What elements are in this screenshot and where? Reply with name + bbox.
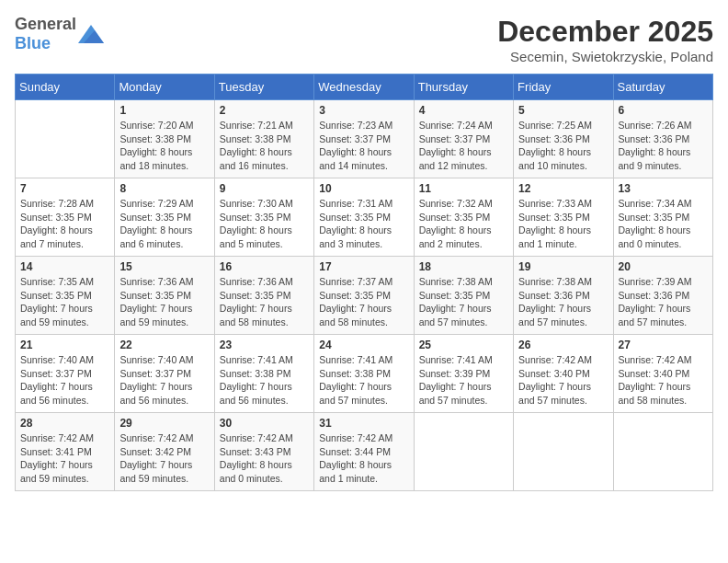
calendar-cell: 2Sunrise: 7:21 AM Sunset: 3:38 PM Daylig… xyxy=(214,100,313,178)
logo-icon xyxy=(78,25,104,43)
day-number: 30 xyxy=(220,417,309,430)
day-info: Sunrise: 7:26 AM Sunset: 3:36 PM Dayligh… xyxy=(619,119,708,173)
day-info: Sunrise: 7:42 AM Sunset: 3:41 PM Dayligh… xyxy=(20,431,109,486)
calendar-cell: 23Sunrise: 7:41 AM Sunset: 3:38 PM Dayli… xyxy=(214,335,313,413)
day-number: 2 xyxy=(220,104,309,117)
day-number: 10 xyxy=(319,182,408,195)
day-number: 26 xyxy=(518,339,608,351)
weekday-header: Tuesday xyxy=(214,75,313,100)
weekday-header: Saturday xyxy=(613,75,712,100)
day-number: 4 xyxy=(419,104,508,117)
day-info: Sunrise: 7:36 AM Sunset: 3:35 PM Dayligh… xyxy=(119,275,209,329)
day-number: 11 xyxy=(419,182,508,195)
weekday-header: Thursday xyxy=(414,75,513,100)
day-number: 8 xyxy=(119,182,209,195)
calendar-week-row: 1Sunrise: 7:20 AM Sunset: 3:38 PM Daylig… xyxy=(16,100,713,178)
day-info: Sunrise: 7:32 AM Sunset: 3:35 PM Dayligh… xyxy=(419,197,508,251)
calendar-cell: 3Sunrise: 7:23 AM Sunset: 3:37 PM Daylig… xyxy=(314,100,414,178)
day-info: Sunrise: 7:37 AM Sunset: 3:35 PM Dayligh… xyxy=(319,275,408,329)
calendar-cell: 25Sunrise: 7:41 AM Sunset: 3:39 PM Dayli… xyxy=(414,335,513,413)
calendar-cell: 9Sunrise: 7:30 AM Sunset: 3:35 PM Daylig… xyxy=(214,178,313,257)
day-number: 25 xyxy=(419,339,508,351)
calendar-cell: 18Sunrise: 7:38 AM Sunset: 3:35 PM Dayli… xyxy=(414,257,513,335)
day-number: 17 xyxy=(319,260,408,273)
day-info: Sunrise: 7:40 AM Sunset: 3:37 PM Dayligh… xyxy=(119,353,209,408)
day-info: Sunrise: 7:20 AM Sunset: 3:38 PM Dayligh… xyxy=(119,119,209,173)
calendar-week-row: 28Sunrise: 7:42 AM Sunset: 3:41 PM Dayli… xyxy=(16,413,713,491)
calendar-cell xyxy=(414,413,513,491)
calendar-title: December 2025 xyxy=(497,15,713,49)
day-number: 16 xyxy=(220,260,309,273)
calendar-cell: 31Sunrise: 7:42 AM Sunset: 3:44 PM Dayli… xyxy=(314,413,414,491)
calendar-cell: 13Sunrise: 7:34 AM Sunset: 3:35 PM Dayli… xyxy=(613,178,712,257)
day-info: Sunrise: 7:34 AM Sunset: 3:35 PM Dayligh… xyxy=(619,197,708,251)
day-number: 23 xyxy=(220,339,309,351)
day-number: 22 xyxy=(119,339,209,351)
calendar-cell: 24Sunrise: 7:41 AM Sunset: 3:38 PM Dayli… xyxy=(314,335,414,413)
calendar-cell: 12Sunrise: 7:33 AM Sunset: 3:35 PM Dayli… xyxy=(514,178,613,257)
header: General Blue December 2025 Secemin, Swie… xyxy=(15,15,713,64)
day-number: 5 xyxy=(518,104,608,117)
calendar-week-row: 7Sunrise: 7:28 AM Sunset: 3:35 PM Daylig… xyxy=(16,178,713,257)
day-info: Sunrise: 7:23 AM Sunset: 3:37 PM Dayligh… xyxy=(319,119,408,173)
calendar-week-row: 14Sunrise: 7:35 AM Sunset: 3:35 PM Dayli… xyxy=(16,257,713,335)
day-info: Sunrise: 7:39 AM Sunset: 3:36 PM Dayligh… xyxy=(619,275,708,329)
day-info: Sunrise: 7:38 AM Sunset: 3:35 PM Dayligh… xyxy=(419,275,508,329)
calendar-cell: 26Sunrise: 7:42 AM Sunset: 3:40 PM Dayli… xyxy=(514,335,613,413)
day-number: 19 xyxy=(518,260,608,273)
weekday-header: Wednesday xyxy=(314,75,414,100)
logo-text: General Blue xyxy=(15,15,76,53)
day-info: Sunrise: 7:42 AM Sunset: 3:44 PM Dayligh… xyxy=(319,431,408,486)
day-info: Sunrise: 7:38 AM Sunset: 3:36 PM Dayligh… xyxy=(518,275,608,329)
calendar-cell: 7Sunrise: 7:28 AM Sunset: 3:35 PM Daylig… xyxy=(16,178,115,257)
day-info: Sunrise: 7:24 AM Sunset: 3:37 PM Dayligh… xyxy=(419,119,508,173)
calendar-cell: 6Sunrise: 7:26 AM Sunset: 3:36 PM Daylig… xyxy=(613,100,712,178)
calendar-cell: 11Sunrise: 7:32 AM Sunset: 3:35 PM Dayli… xyxy=(414,178,513,257)
calendar-cell: 22Sunrise: 7:40 AM Sunset: 3:37 PM Dayli… xyxy=(115,335,214,413)
day-number: 31 xyxy=(319,417,408,430)
day-number: 7 xyxy=(20,182,109,195)
day-info: Sunrise: 7:36 AM Sunset: 3:35 PM Dayligh… xyxy=(220,275,309,329)
day-number: 1 xyxy=(119,104,209,117)
day-info: Sunrise: 7:33 AM Sunset: 3:35 PM Dayligh… xyxy=(518,197,608,251)
calendar-cell: 29Sunrise: 7:42 AM Sunset: 3:42 PM Dayli… xyxy=(115,413,214,491)
calendar-cell: 14Sunrise: 7:35 AM Sunset: 3:35 PM Dayli… xyxy=(16,257,115,335)
calendar-cell: 17Sunrise: 7:37 AM Sunset: 3:35 PM Dayli… xyxy=(314,257,414,335)
calendar-week-row: 21Sunrise: 7:40 AM Sunset: 3:37 PM Dayli… xyxy=(16,335,713,413)
day-number: 29 xyxy=(119,417,209,430)
day-number: 21 xyxy=(20,339,109,351)
day-info: Sunrise: 7:42 AM Sunset: 3:43 PM Dayligh… xyxy=(220,431,309,486)
day-number: 6 xyxy=(619,104,708,117)
calendar-cell xyxy=(613,413,712,491)
calendar-cell: 30Sunrise: 7:42 AM Sunset: 3:43 PM Dayli… xyxy=(214,413,313,491)
day-number: 20 xyxy=(619,260,708,273)
day-number: 18 xyxy=(419,260,508,273)
calendar-cell: 20Sunrise: 7:39 AM Sunset: 3:36 PM Dayli… xyxy=(613,257,712,335)
calendar-cell: 19Sunrise: 7:38 AM Sunset: 3:36 PM Dayli… xyxy=(514,257,613,335)
day-info: Sunrise: 7:29 AM Sunset: 3:35 PM Dayligh… xyxy=(119,197,209,251)
calendar-cell xyxy=(16,100,115,178)
calendar-cell: 5Sunrise: 7:25 AM Sunset: 3:36 PM Daylig… xyxy=(514,100,613,178)
calendar-cell: 1Sunrise: 7:20 AM Sunset: 3:38 PM Daylig… xyxy=(115,100,214,178)
day-info: Sunrise: 7:30 AM Sunset: 3:35 PM Dayligh… xyxy=(220,197,309,251)
day-info: Sunrise: 7:41 AM Sunset: 3:38 PM Dayligh… xyxy=(319,353,408,408)
calendar-cell xyxy=(514,413,613,491)
day-number: 14 xyxy=(20,260,109,273)
day-number: 24 xyxy=(319,339,408,351)
weekday-header: Monday xyxy=(115,75,214,100)
day-info: Sunrise: 7:41 AM Sunset: 3:39 PM Dayligh… xyxy=(419,353,508,408)
calendar-cell: 21Sunrise: 7:40 AM Sunset: 3:37 PM Dayli… xyxy=(16,335,115,413)
day-number: 3 xyxy=(319,104,408,117)
day-info: Sunrise: 7:31 AM Sunset: 3:35 PM Dayligh… xyxy=(319,197,408,251)
calendar-table: SundayMondayTuesdayWednesdayThursdayFrid… xyxy=(15,74,713,491)
calendar-cell: 10Sunrise: 7:31 AM Sunset: 3:35 PM Dayli… xyxy=(314,178,414,257)
day-number: 12 xyxy=(518,182,608,195)
calendar-cell: 4Sunrise: 7:24 AM Sunset: 3:37 PM Daylig… xyxy=(414,100,513,178)
day-number: 13 xyxy=(619,182,708,195)
day-info: Sunrise: 7:35 AM Sunset: 3:35 PM Dayligh… xyxy=(20,275,109,329)
day-info: Sunrise: 7:42 AM Sunset: 3:40 PM Dayligh… xyxy=(619,353,708,408)
day-info: Sunrise: 7:42 AM Sunset: 3:40 PM Dayligh… xyxy=(518,353,608,408)
day-info: Sunrise: 7:28 AM Sunset: 3:35 PM Dayligh… xyxy=(20,197,109,251)
calendar-cell: 28Sunrise: 7:42 AM Sunset: 3:41 PM Dayli… xyxy=(16,413,115,491)
calendar-cell: 15Sunrise: 7:36 AM Sunset: 3:35 PM Dayli… xyxy=(115,257,214,335)
